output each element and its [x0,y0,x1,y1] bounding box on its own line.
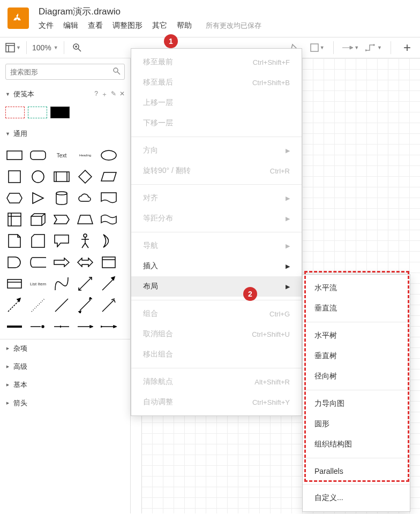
shape-cloud[interactable] [76,190,94,206]
shape-circle[interactable] [29,169,47,185]
menu-edit[interactable]: 编辑 [63,21,78,31]
svg-line-40 [80,300,91,311]
shape-rect[interactable] [5,147,24,163]
close-icon[interactable]: ✕ [119,90,125,99]
chevron-right-icon: ▶ [286,263,290,270]
shape-dotted[interactable] [29,297,47,313]
search-icon[interactable] [113,67,121,77]
waypoint-button[interactable]: ▼ [365,40,382,55]
shape-tape[interactable] [100,211,118,228]
shape-datastore[interactable] [29,254,47,270]
section-general[interactable]: ▼ 通用 [0,125,130,143]
menu-help[interactable]: 帮助 [177,21,192,31]
add-icon[interactable]: ＋ [101,90,108,99]
section-misc[interactable]: ▼杂项 [0,339,130,358]
submenu-custom[interactable]: 自定义... [303,488,410,508]
submenu-radial[interactable]: 径向树 [303,366,410,387]
zoom-selector[interactable]: 100% ▼ [32,43,58,52]
shape-button[interactable]: ▼ [310,40,325,55]
svg-rect-8 [311,44,318,51]
shape-arrow-line[interactable] [100,276,118,292]
shape-parallelogram[interactable] [100,169,118,185]
shape-heading[interactable]: Heading [76,147,94,163]
shape-bidir-thin[interactable] [76,297,94,313]
shape-hexagon[interactable] [5,190,24,206]
shape-rounded[interactable] [29,147,47,163]
shape-square[interactable] [5,169,24,185]
submenu-vtree[interactable]: 垂直树 [303,346,410,366]
shape-dashed[interactable] [5,297,24,313]
shape-link3[interactable] [52,319,71,335]
search-input[interactable] [5,64,125,80]
add-button[interactable]: + [400,40,415,55]
shape-step[interactable] [52,211,71,228]
shape-link-thick[interactable] [5,319,24,335]
scratchpad-thumb[interactable] [50,107,70,118]
shape-callout[interactable] [52,233,71,249]
shape-document[interactable] [100,190,118,206]
shape-container[interactable] [100,254,118,270]
connection-button[interactable]: ▼ [342,40,359,55]
shape-process[interactable] [52,169,71,185]
menu-divider [303,458,410,458]
section-basic[interactable]: ▼基本 [0,376,130,394]
shape-card[interactable] [29,233,47,249]
shape-arrow-right[interactable] [52,254,71,270]
shape-cylinder[interactable] [52,190,71,206]
scratchpad-thumb[interactable] [28,107,47,118]
shape-bidir-arrow[interactable] [76,276,94,292]
shape-arrow-open[interactable] [100,297,118,313]
shape-and[interactable] [5,254,24,270]
view-mode-button[interactable]: ▼ [5,40,21,55]
shape-link5[interactable] [100,319,118,335]
chevron-right-icon: ▶ [286,147,290,154]
submenu-vflow[interactable]: 垂直流 [303,298,410,319]
menu-arrange[interactable]: 调整图形 [112,21,142,31]
shape-diamond[interactable] [76,169,94,185]
submenu-circle[interactable]: 圆形 [303,414,410,434]
shape-cube[interactable] [29,211,47,228]
shape-curve[interactable] [52,276,71,292]
submenu-force[interactable]: 力导向图 [303,394,410,414]
document-title[interactable]: Diagram演示.drawio [39,5,261,18]
menu-file[interactable]: 文件 [39,21,54,31]
section-arrow[interactable]: ▼箭头 [0,394,130,412]
shape-internal[interactable] [5,211,24,228]
edit-icon[interactable]: ✎ [111,90,116,99]
shape-or[interactable] [100,233,118,249]
submenu-org[interactable]: 组织结构图 [303,434,410,455]
shape-note[interactable] [5,233,24,249]
shape-line[interactable] [52,297,71,313]
svg-rect-0 [6,43,14,52]
shape-list[interactable] [5,276,24,292]
shape-triangle[interactable] [29,190,47,206]
shape-text[interactable]: Text [52,147,71,163]
submenu-hflow[interactable]: 水平流 [303,278,410,298]
caret-down-icon: ▼ [54,45,58,50]
submenu-parallels[interactable]: Parallels [303,462,410,481]
submenu-htree[interactable]: 水平树 [303,326,410,346]
menu-insert[interactable]: 插入▶ [131,256,302,276]
section-advanced[interactable]: ▼高级 [0,358,130,376]
scratchpad-thumb[interactable] [5,107,25,118]
shape-link4[interactable] [76,319,94,335]
svg-point-16 [101,150,116,160]
shape-link2[interactable] [29,319,47,335]
shape-arrow-bidir[interactable] [76,254,94,270]
menu-view[interactable]: 查看 [88,21,103,31]
shape-actor[interactable] [76,233,94,249]
triangle-right-icon: ▼ [5,365,10,369]
shape-ellipse[interactable] [100,147,118,163]
app-logo [8,7,29,29]
menu-extras[interactable]: 其它 [152,21,167,31]
caret-down-icon: ▼ [354,45,359,50]
separator [391,41,391,54]
help-icon[interactable]: ? [94,90,98,99]
menu-layout[interactable]: 布局▶ [131,276,302,297]
menu-divider [131,137,302,137]
zoom-in-button[interactable] [70,40,85,55]
shape-listitem[interactable]: List Item [29,276,47,292]
shape-trapezoid[interactable] [76,211,94,228]
svg-point-22 [56,192,67,195]
section-scratchpad[interactable]: ▼ 便笺本 ? ＋ ✎ ✕ [0,85,130,103]
